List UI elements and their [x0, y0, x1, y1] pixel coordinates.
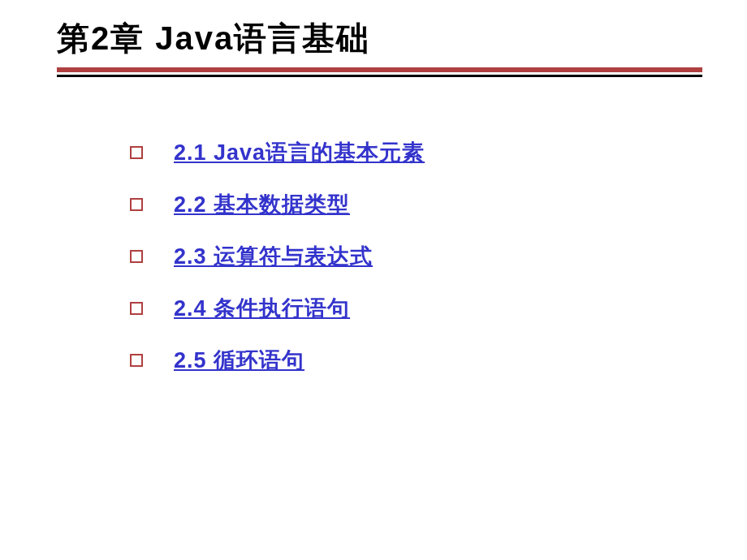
toc-item: 2.4 条件执行语句 [130, 294, 747, 323]
square-bullet-icon [130, 198, 143, 211]
toc-link-2-2[interactable]: 2.2 基本数据类型 [174, 190, 350, 219]
black-underline [57, 75, 702, 77]
toc-link-2-4[interactable]: 2.4 条件执行语句 [174, 294, 350, 323]
table-of-contents: 2.1 Java语言的基本元素 2.2 基本数据类型 2.3 运算符与表达式 2… [0, 138, 747, 375]
title-area: 第2章 Java语言基础 [0, 0, 747, 77]
toc-item: 2.1 Java语言的基本元素 [130, 138, 747, 167]
square-bullet-icon [130, 354, 143, 367]
square-bullet-icon [130, 302, 143, 315]
toc-link-2-3[interactable]: 2.3 运算符与表达式 [174, 242, 373, 271]
chapter-title: 第2章 Java语言基础 [57, 16, 747, 61]
title-underline [57, 67, 747, 77]
toc-item: 2.2 基本数据类型 [130, 190, 747, 219]
toc-link-2-5[interactable]: 2.5 循环语句 [174, 346, 304, 375]
toc-item: 2.5 循环语句 [130, 346, 747, 375]
square-bullet-icon [130, 250, 143, 263]
red-underline [57, 67, 702, 72]
square-bullet-icon [130, 146, 143, 159]
toc-link-2-1[interactable]: 2.1 Java语言的基本元素 [174, 138, 425, 167]
toc-item: 2.3 运算符与表达式 [130, 242, 747, 271]
